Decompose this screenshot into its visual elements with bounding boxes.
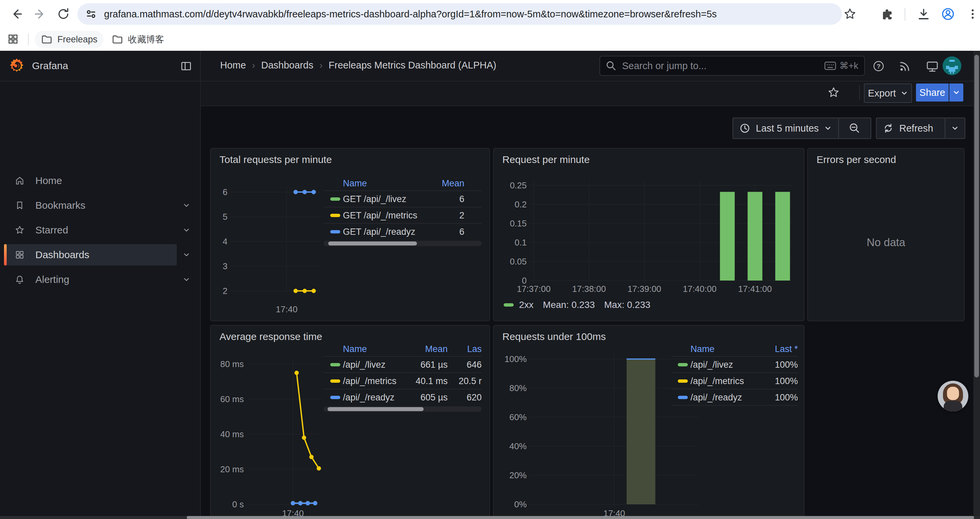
legend-footer[interactable]: 2xx Mean: 0.233 Max: 0.233 (504, 300, 660, 310)
panel-title[interactable]: Total requests per minute (220, 154, 332, 165)
vertical-scrollbar-thumb[interactable] (974, 55, 979, 377)
sidebar-item-starred[interactable]: Starred (0, 218, 200, 243)
breadcrumb-separator: › (252, 60, 255, 71)
panel-title[interactable]: Request per minute (502, 154, 590, 165)
help-icon[interactable]: ? (872, 59, 885, 73)
sidebar-toggle-icon[interactable] (180, 60, 192, 72)
toolbar-divider (905, 8, 905, 21)
legend-row[interactable]: /api/_/metrics100% (671, 372, 798, 389)
legend-col-name[interactable]: Name (343, 178, 367, 189)
apps-grid-icon[interactable] (7, 33, 19, 45)
extensions-icon[interactable] (881, 7, 895, 21)
legend-col-value[interactable]: Las (467, 344, 482, 355)
legend-col-value[interactable]: Last * (775, 344, 798, 355)
clock-icon (739, 123, 751, 134)
search-box[interactable]: ⌘+k (600, 56, 865, 76)
chevron-down-icon[interactable] (182, 251, 191, 259)
bookmark-folder-freeleaps[interactable]: Freeleaps (35, 31, 103, 48)
legend-table[interactable]: NameLast */api/_/livez100%/api/_/metrics… (671, 343, 798, 406)
site-settings-icon[interactable] (85, 8, 97, 21)
legend-table[interactable]: NameMeanGET /api/_/livez6GET /api/_/metr… (323, 178, 482, 246)
refresh-icon (883, 123, 894, 134)
svg-text:40 ms: 40 ms (220, 429, 244, 439)
panel-request-per-minute[interactable]: Request per minute 0.250.20.150.10.05017… (493, 148, 805, 321)
series-name: GET /api/_/livez (343, 194, 406, 204)
grid-icon (15, 250, 25, 260)
chevron-down-icon[interactable] (182, 226, 191, 235)
kiosk-monitor-icon[interactable] (925, 59, 939, 73)
series-name: /api/_/livez (343, 359, 386, 370)
legend-table[interactable]: NameMeanLas/api/_/livez661 µs646/api/_/m… (323, 343, 482, 412)
series-name: 2xx (519, 300, 534, 310)
refresh-button[interactable]: Refresh (877, 123, 945, 134)
panel-title[interactable]: Errors per second (816, 154, 896, 165)
series-swatch (330, 214, 340, 217)
series-value: 2 (459, 210, 464, 220)
export-button[interactable]: Export (864, 83, 912, 103)
legend-col-value[interactable]: Mean (442, 178, 464, 189)
downloads-icon[interactable] (916, 7, 931, 21)
zoom-out-button[interactable] (839, 122, 870, 134)
series-value: 605 µs (420, 392, 448, 402)
legend-row[interactable]: GET /api/_/metrics2 (323, 207, 482, 223)
panel-average-response-time[interactable]: Average response time 80 ms60 ms40 ms20 … (210, 325, 490, 519)
legend-row[interactable]: /api/_/metrics40.1 ms20.5 r (323, 372, 482, 389)
panel-title[interactable]: Requests under 100ms (502, 331, 606, 342)
sidebar-item-dashboards[interactable]: Dashboards (0, 243, 200, 267)
bookmark-star-icon[interactable] (843, 7, 857, 21)
legend-col-value[interactable]: Mean (425, 344, 448, 355)
legend-header: NameLast * (671, 343, 798, 357)
profile-icon[interactable] (941, 7, 955, 21)
time-range-picker[interactable]: Last 5 minutes (732, 118, 871, 139)
breadcrumb-dashboards[interactable]: Dashboards (261, 60, 313, 71)
browser-reload-button[interactable] (54, 5, 73, 23)
browser-menu-icon[interactable] (966, 7, 979, 21)
legend-scrollbar-thumb[interactable] (328, 407, 424, 411)
sidebar-item-bookmarks[interactable]: Bookmarks (0, 193, 200, 218)
dashboard-star-icon[interactable] (827, 86, 840, 99)
legend-col-name[interactable]: Name (690, 344, 714, 355)
refresh-interval-button[interactable] (945, 125, 965, 132)
chevron-down-icon (951, 125, 959, 132)
legend-row[interactable]: GET /api/_/livez6 (323, 191, 482, 207)
legend-row[interactable]: /api/_/livez100% (671, 357, 798, 372)
svg-text:17:38:00: 17:38:00 (572, 284, 606, 294)
url-input[interactable] (103, 8, 815, 20)
search-input[interactable] (621, 60, 824, 72)
user-avatar[interactable] (943, 56, 961, 75)
sidebar-item-home[interactable]: Home (0, 168, 200, 193)
back-arrow-icon (10, 7, 23, 21)
floating-assistant-avatar[interactable] (938, 381, 968, 412)
legend-row[interactable]: /api/_/readyz605 µs620 (323, 389, 482, 405)
legend-row[interactable]: GET /api/_/readyz6 (323, 223, 482, 240)
legend-row[interactable]: /api/_/livez661 µs646 (323, 357, 482, 372)
bookmark-label: Freeleaps (57, 34, 97, 45)
chevron-down-icon[interactable] (182, 201, 191, 210)
browser-forward-button[interactable] (31, 5, 49, 23)
series-swatch (504, 303, 514, 307)
rss-icon[interactable] (898, 59, 911, 73)
panel-requests-under-100ms[interactable]: Requests under 100ms 100%80%60%40%20%0%1… (493, 325, 805, 519)
header-divider (200, 51, 201, 81)
series-name: GET /api/_/readyz (343, 227, 415, 237)
breadcrumb-home[interactable]: Home (220, 60, 246, 71)
url-bar[interactable] (77, 3, 842, 25)
browser-back-button[interactable] (7, 5, 26, 23)
chevron-down-icon[interactable] (182, 275, 191, 284)
horizontal-scrollbar-thumb[interactable] (187, 516, 974, 519)
legend-col-name[interactable]: Name (343, 344, 367, 355)
svg-text:0.05: 0.05 (510, 257, 527, 267)
legend-scrollbar[interactable] (323, 406, 482, 412)
legend-row[interactable]: /api/_/readyz100% (671, 389, 798, 406)
legend-scrollbar-thumb[interactable] (328, 241, 417, 246)
sidebar-item-alerting[interactable]: Alerting (0, 267, 200, 292)
grafana-logo (9, 58, 25, 74)
panel-title[interactable]: Average response time (220, 331, 322, 342)
panel-errors-per-second[interactable]: Errors per second No data (807, 148, 965, 321)
panel-total-requests-per-minute[interactable]: Total requests per minute 6543217:40 Nam… (210, 148, 490, 321)
share-menu-button[interactable] (949, 83, 963, 102)
share-button[interactable]: Share (916, 83, 949, 102)
avatar-body (943, 401, 963, 412)
legend-scrollbar[interactable] (323, 241, 482, 246)
bookmark-folder-blogs[interactable]: 收藏博客 (105, 31, 170, 48)
